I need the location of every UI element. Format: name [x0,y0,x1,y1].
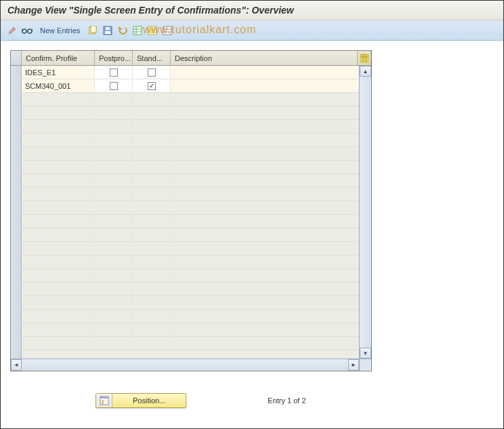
position-icon [96,394,112,407]
cell-stand[interactable] [133,66,171,79]
table-header: Confirm. Profile Postpro... Stand... Des… [11,51,371,66]
table-row-empty [11,161,359,174]
position-label: Position... [112,396,186,405]
cell-profile[interactable]: SCM340_001 [22,79,95,92]
table-row-empty [11,337,359,350]
cell-description[interactable] [171,66,359,79]
checkbox-icon[interactable] [148,68,156,77]
svg-rect-13 [163,26,171,35]
scroll-up-icon[interactable]: ▲ [360,66,371,77]
svg-point-1 [28,29,32,33]
table-row-empty [11,310,359,323]
column-stand[interactable]: Stand... [133,51,171,65]
new-entries-button[interactable]: New Entries [36,26,84,35]
vertical-scrollbar[interactable]: ▲ ▼ [359,66,371,359]
content-area: Confirm. Profile Postpro... Stand... Des… [1,41,503,378]
checkbox-icon[interactable] [110,82,118,90]
change-icon[interactable] [6,24,18,37]
data-table: Confirm. Profile Postpro... Stand... Des… [10,50,372,371]
position-button[interactable]: Position... [96,393,186,408]
column-confirm-profile[interactable]: Confirm. Profile [22,51,95,65]
table-row-empty [11,120,359,134]
select-all-column[interactable] [11,51,22,65]
page-title: Change View "Single Screen Entry of Conf… [1,1,503,20]
table-row-empty [11,215,359,228]
table-settings-icon[interactable] [131,24,144,37]
checkbox-checked-icon[interactable] [148,82,156,90]
column-postpro[interactable]: Postpro... [95,51,133,65]
table-row-empty [11,350,359,359]
table-row-empty [11,134,359,147]
table-row-empty [11,296,359,310]
svg-rect-12 [150,28,155,33]
svg-rect-21 [100,396,108,399]
cell-profile[interactable]: IDES_E1 [22,66,95,79]
svg-rect-22 [102,400,104,404]
footer: Position... Entry 1 of 2 [1,393,503,408]
glasses-icon[interactable] [21,24,33,37]
entry-counter: Entry 1 of 2 [268,396,306,405]
cell-description[interactable] [171,79,359,92]
scroll-track[interactable] [22,359,348,371]
table-config-icon[interactable] [358,51,371,65]
table-row-empty [11,106,359,120]
cell-postpro[interactable] [95,79,133,92]
cell-postpro[interactable] [95,66,133,79]
table-row-empty [11,93,359,106]
table-row-empty [11,269,359,283]
table-row-empty [11,256,359,269]
table-row[interactable]: IDES_E1 [11,66,359,79]
table-body: IDES_E1 SCM340_001 [11,66,371,359]
svg-rect-16 [360,54,369,62]
svg-rect-3 [91,26,96,33]
horizontal-scrollbar[interactable]: ◄ ► [11,359,371,371]
checkbox-icon[interactable] [110,68,118,77]
table-row-empty [11,147,359,161]
table-row[interactable]: SCM340_001 [11,79,359,93]
scroll-down-icon[interactable]: ▼ [360,348,371,359]
table-row-empty [11,323,359,337]
svg-rect-7 [133,26,142,35]
copy-icon[interactable] [87,24,99,37]
scroll-corner [359,359,371,371]
table-row-empty [11,201,359,215]
scroll-left-icon[interactable]: ◄ [11,359,22,371]
table-row-empty [11,174,359,188]
deselect-all-icon[interactable] [161,24,173,37]
column-description[interactable]: Description [171,51,358,65]
svg-point-0 [22,29,26,33]
table-row-empty [11,283,359,296]
undo-icon[interactable] [117,24,129,37]
row-selector[interactable] [11,79,22,92]
svg-rect-6 [106,27,110,30]
save-variant-icon[interactable] [102,24,114,37]
table-row-empty [11,242,359,256]
row-selector[interactable] [11,66,22,79]
select-all-icon[interactable] [146,24,159,37]
scroll-track[interactable] [360,77,371,348]
svg-rect-5 [105,31,110,34]
toolbar: New Entries [1,20,503,41]
scroll-right-icon[interactable]: ► [348,359,359,371]
table-row-empty [11,188,359,201]
cell-stand[interactable] [133,79,171,92]
table-row-empty [11,228,359,242]
